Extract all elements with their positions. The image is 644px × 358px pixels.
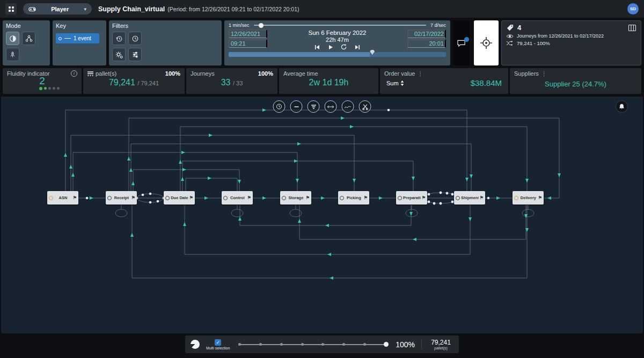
pallets-total: / 79,241 <box>137 80 159 86</box>
fluidity-value: 2 <box>7 77 77 85</box>
bottom-area: ✓ Multi selection 100% 79,241 pallet(s) <box>0 333 644 353</box>
play-icon <box>328 45 333 50</box>
flow-node-storage[interactable]: Storage⚑ <box>280 191 311 204</box>
canvas-history-button[interactable] <box>273 100 286 113</box>
filter-settings-button[interactable] <box>112 48 126 61</box>
node-label: Picking <box>345 195 363 200</box>
flow-node-receipt[interactable]: Receipt⚑ <box>106 191 137 204</box>
player-label: Player <box>40 6 79 12</box>
canvas-cut-button[interactable] <box>359 100 371 113</box>
filter-clock-button[interactable] <box>128 32 142 45</box>
end-time-field[interactable]: 20:01 <box>407 39 446 48</box>
flow-arrows <box>64 108 561 280</box>
funnel-lines-icon <box>310 104 317 110</box>
canvas-curve-button[interactable] <box>342 100 354 113</box>
avatar[interactable]: SD <box>627 3 639 14</box>
zoom-slider-knob[interactable] <box>384 342 389 347</box>
node-status-icon <box>282 196 286 200</box>
canvas-collapse-button[interactable] <box>290 100 303 113</box>
pallets-summary-label: 79,241 - 100% <box>517 40 550 46</box>
kebab-menu-icon[interactable]: ⋮ <box>417 71 423 77</box>
eye-icon <box>506 34 514 39</box>
tag-icon <box>506 24 514 32</box>
stats-row: Fluidity indicator i 2 pallet(s) 100% 79… <box>0 68 644 94</box>
node-label: Due Date <box>171 195 188 200</box>
filters-label: Filters <box>112 23 218 29</box>
speed-slider-knob[interactable] <box>259 23 264 28</box>
arrows-horizontal-icon <box>327 104 334 110</box>
flow-node-asn[interactable]: ASN⚑ <box>47 191 78 204</box>
chat-button[interactable] <box>457 39 466 47</box>
timeline-end: 02/17/2022 20:01 <box>407 30 446 50</box>
aggregation-select[interactable]: Sum <box>386 80 404 86</box>
canvas-toolbar <box>273 100 371 113</box>
end-date-field[interactable]: 02/17/2022 <box>407 30 446 38</box>
canvas-fit-width-button[interactable] <box>325 100 337 113</box>
journeys-label: Journeys <box>191 70 215 77</box>
start-date-field[interactable]: 12/26/2021 <box>229 30 267 38</box>
zoom-tick <box>259 343 262 346</box>
flag-icon: ⚑ <box>364 195 368 200</box>
selection-count-box: 79,241 pallet(s) <box>421 339 453 350</box>
flow-node-delivery[interactable]: Delivery⚑ <box>513 191 544 204</box>
gears-icon <box>115 51 123 59</box>
fluidity-dot <box>57 87 60 90</box>
multi-selection-checkbox[interactable]: ✓ <box>215 339 221 346</box>
play-button[interactable] <box>327 44 334 50</box>
flow-node-preparation[interactable]: Preparation⚑ <box>396 191 427 204</box>
notifications-button[interactable] <box>616 100 628 113</box>
flag-icon: ⚑ <box>247 195 251 200</box>
fluidity-panel: Fluidity indicator i 2 <box>3 68 82 94</box>
pie-icon <box>9 35 17 42</box>
multi-selection-group: ✓ Multi selection <box>206 339 230 350</box>
speed-slider[interactable] <box>254 25 426 26</box>
node-status-icon <box>514 196 518 200</box>
node-label: Delivery <box>519 195 537 200</box>
player-mode-select[interactable]: Player ▾ <box>23 3 92 14</box>
mode-label: Mode <box>6 23 47 29</box>
flow-node-shipment[interactable]: Shipment⚑ <box>454 191 485 204</box>
key-event-item[interactable]: 1 event <box>56 33 99 43</box>
node-status-icon <box>340 196 344 200</box>
start-time-field[interactable]: 09:21 <box>229 39 267 48</box>
average-time-label: Average time <box>283 70 318 77</box>
flow-canvas[interactable]: ASN⚑ Receipt⚑ Due Date⚑ Control⚑ Storage… <box>1 97 643 333</box>
skip-end-icon <box>355 45 360 50</box>
flow-node-due-date[interactable]: Due Date⚑ <box>164 191 195 204</box>
mode-process-button[interactable] <box>6 32 19 45</box>
mode-rocket-button[interactable] <box>6 48 19 61</box>
zoom-slider[interactable] <box>238 344 387 345</box>
flow-node-control[interactable]: Control⚑ <box>222 191 253 204</box>
transport-controls <box>313 44 361 50</box>
key-event-label: 1 event <box>74 35 91 41</box>
progress-marker[interactable] <box>370 50 375 55</box>
timeline-progress-bar[interactable] <box>229 52 446 57</box>
flow-node-picking[interactable]: Picking⚑ <box>338 191 369 204</box>
flow-tokens <box>86 109 490 205</box>
flag-icon: ⚑ <box>480 195 484 200</box>
key-label: Key <box>56 23 103 29</box>
node-status-icon <box>165 196 170 200</box>
pallet-icon <box>87 71 93 76</box>
mode-panel: Mode <box>3 20 50 65</box>
skip-start-button[interactable] <box>313 44 320 50</box>
mode-network-button[interactable] <box>22 32 35 45</box>
filter-sliders-button[interactable] <box>128 48 142 61</box>
app-menu-button[interactable] <box>5 3 17 14</box>
selection-info-panel: 4 Journeys from 12/26/2021 to 02/17/2022… <box>501 20 641 65</box>
canvas-filter-button[interactable] <box>308 100 320 113</box>
info-icon[interactable]: i <box>71 70 77 77</box>
skip-end-button[interactable] <box>354 44 361 50</box>
filter-history-button[interactable] <box>112 32 126 45</box>
kebab-menu-icon[interactable]: ⋮ <box>541 71 547 77</box>
center-view-button[interactable] <box>480 36 493 49</box>
journeys-value: 33 <box>221 78 231 87</box>
replay-button[interactable] <box>340 44 347 50</box>
panel-toggle-button[interactable] <box>628 24 636 32</box>
render-mode-button[interactable] <box>191 340 200 349</box>
selection-count-unit: pallet(s) <box>434 346 448 350</box>
pallets-label: pallet(s) <box>96 70 116 77</box>
wave-icon <box>345 104 352 110</box>
chat-panel <box>453 20 470 65</box>
order-value-panel: Order value ⋮ Sum $38.84M <box>380 68 508 94</box>
